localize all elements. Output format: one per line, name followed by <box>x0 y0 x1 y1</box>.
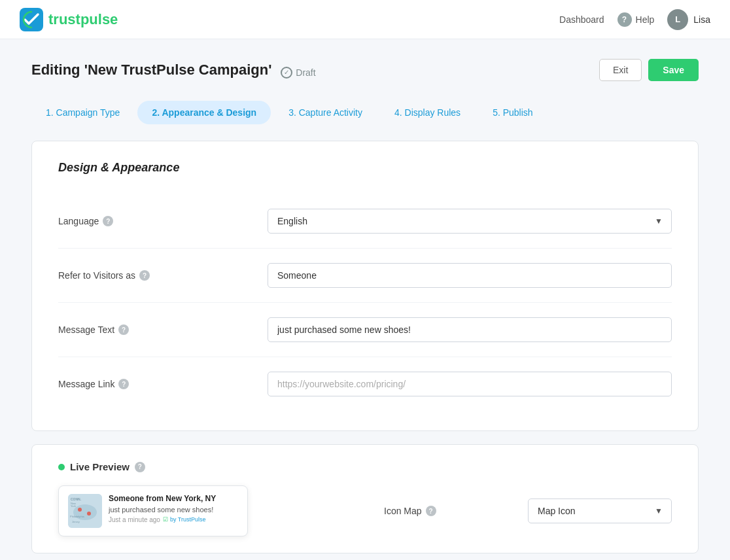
tab-capture-activity[interactable]: 3. Capture Activity <box>274 101 377 124</box>
help-label: Help <box>636 14 655 25</box>
tab-display-rules[interactable]: 4. Display Rules <box>380 101 475 124</box>
message-link-info-icon[interactable]: ? <box>118 379 129 389</box>
language-select[interactable]: English Spanish French German Portuguese <box>268 209 672 234</box>
live-preview-info-icon[interactable]: ? <box>135 462 145 472</box>
tab-appearance-design[interactable]: 2. Appearance & Design <box>137 101 271 124</box>
refer-visitors-input[interactable] <box>268 263 672 288</box>
avatar: L <box>667 9 688 30</box>
help-link[interactable]: ? Help <box>617 12 655 27</box>
message-link-row: Message Link ? <box>58 357 672 411</box>
svg-point-4 <box>87 512 91 516</box>
preview-name: Someone from New York, NY <box>109 494 238 504</box>
language-control: English Spanish French German Portuguese… <box>268 209 672 234</box>
preview-map: CONN. New York Philadelphia Jersey <box>68 494 102 528</box>
dashboard-link[interactable]: Dashboard <box>559 14 604 25</box>
logo[interactable]: trustpulse <box>20 8 118 31</box>
icon-map-row: Icon Map ? Map Icon Custom Icon No Icon … <box>384 499 672 523</box>
preview-notification: CONN. New York Philadelphia Jersey Someo… <box>58 485 248 536</box>
svg-text:York: York <box>71 504 76 508</box>
language-select-wrapper: English Spanish French German Portuguese… <box>268 209 672 234</box>
page-title: Editing 'New TrustPulse Campaign' <box>31 61 271 78</box>
help-icon: ? <box>617 12 632 27</box>
svg-point-3 <box>78 508 82 512</box>
logo-text: trustpulse <box>48 11 118 28</box>
card-title: Design & Appearance <box>58 161 672 175</box>
map-svg: CONN. New York Philadelphia Jersey <box>68 494 102 528</box>
page-title-row: Editing 'New TrustPulse Campaign' ✓ Draf… <box>31 59 699 81</box>
preview-row: CONN. New York Philadelphia Jersey Someo… <box>58 485 672 536</box>
svg-text:Philadelphia: Philadelphia <box>70 515 85 518</box>
page-title-group: Editing 'New TrustPulse Campaign' ✓ Draf… <box>31 61 316 79</box>
main-content: Editing 'New TrustPulse Campaign' ✓ Draf… <box>18 39 712 560</box>
preview-message: just purchased some new shoes! <box>109 506 238 514</box>
live-preview-label: Live Preview ? <box>58 461 672 472</box>
message-text-control <box>268 317 672 342</box>
language-row: Language ? English Spanish French German… <box>58 194 672 249</box>
message-text-info-icon[interactable]: ? <box>118 324 129 335</box>
refer-visitors-control <box>268 263 672 288</box>
message-text-row: Message Text ? <box>58 303 672 357</box>
message-link-input[interactable] <box>268 372 672 396</box>
svg-text:CONN.: CONN. <box>71 497 82 501</box>
message-link-label: Message Link ? <box>58 379 268 389</box>
live-preview-section: Live Preview ? CONN. New York Philad <box>31 444 699 553</box>
draft-badge: ✓ Draft <box>281 67 315 79</box>
steps-tabs: 1. Campaign Type 2. Appearance & Design … <box>31 101 699 124</box>
refer-visitors-info-icon[interactable]: ? <box>139 270 150 281</box>
message-link-control <box>268 372 672 396</box>
page-actions: Exit Save <box>599 59 699 81</box>
message-text-label: Message Text ? <box>58 324 268 335</box>
refer-visitors-row: Refer to Visitors as ? <box>58 249 672 303</box>
tp-check-icon: ☑ <box>163 516 168 523</box>
trustpulse-badge: ☑ by TrustPulse <box>163 516 206 523</box>
language-label: Language ? <box>58 216 268 226</box>
logo-icon <box>20 8 43 31</box>
header: trustpulse Dashboard ? Help L Lisa <box>0 0 730 39</box>
tab-campaign-type[interactable]: 1. Campaign Type <box>31 101 134 124</box>
header-nav: Dashboard ? Help L Lisa <box>559 9 710 30</box>
exit-button[interactable]: Exit <box>599 59 642 81</box>
user-name: Lisa <box>693 14 710 25</box>
save-button[interactable]: Save <box>648 59 699 81</box>
message-text-input[interactable] <box>268 317 672 342</box>
preview-time: Just a minute ago ☑ by TrustPulse <box>109 516 238 523</box>
preview-content: Someone from New York, NY just purchased… <box>109 494 238 523</box>
tab-publish[interactable]: 5. Publish <box>478 101 547 124</box>
user-menu[interactable]: L Lisa <box>667 9 710 30</box>
icon-map-label: Icon Map ? <box>384 506 515 516</box>
draft-check-icon: ✓ <box>281 67 292 79</box>
design-appearance-card: Design & Appearance Language ? English S… <box>31 141 699 431</box>
icon-map-select[interactable]: Map Icon Custom Icon No Icon <box>528 499 672 523</box>
refer-visitors-label: Refer to Visitors as ? <box>58 270 268 281</box>
language-info-icon[interactable]: ? <box>103 216 113 226</box>
icon-map-info-icon[interactable]: ? <box>426 506 436 516</box>
svg-text:Jersey: Jersey <box>72 520 80 523</box>
icon-map-select-wrapper: Map Icon Custom Icon No Icon ▼ <box>528 499 672 523</box>
live-dot <box>58 464 65 470</box>
